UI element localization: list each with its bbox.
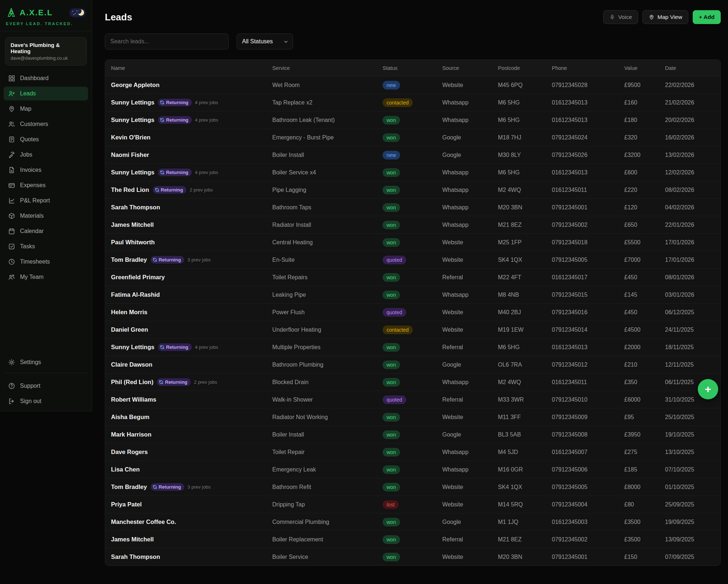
prev-jobs-label: 3 prev jobs — [187, 484, 211, 490]
search-input[interactable] — [105, 33, 229, 50]
sidebar-item-label: Settings — [20, 359, 41, 366]
table-row[interactable]: Mark Harrison Boiler Install won Google … — [105, 426, 720, 443]
sidebar-item-support[interactable]: Support — [4, 379, 88, 393]
table-row[interactable]: Greenfield Primary Toilet Repairs won Re… — [105, 268, 720, 286]
sidebar-item-timesheets[interactable]: Timesheets — [4, 255, 88, 269]
table-row[interactable]: Tom Bradley Returning 3 prev jobs En-Sui… — [105, 251, 720, 268]
sidebar-item-dashboard[interactable]: Dashboard — [4, 71, 88, 85]
sidebar-item-pnl-report[interactable]: P&L Report — [4, 194, 88, 208]
table-row[interactable]: Priya Patel Dripping Tap lost Website M1… — [105, 496, 720, 513]
service-cell: En-Suite — [266, 257, 377, 263]
table-row[interactable]: Sunny Lettings Returning 4 prev jobs Bat… — [105, 111, 720, 129]
table-row[interactable]: Sunny Lettings Returning 4 prev jobs Boi… — [105, 163, 720, 181]
table-row[interactable]: Daniel Green Underfloor Heating contacte… — [105, 321, 720, 338]
map-view-button[interactable]: Map View — [642, 10, 688, 24]
table-row[interactable]: The Red Lion Returning 2 prev jobs Pipe … — [105, 181, 720, 198]
value-cell: £3950 — [618, 431, 659, 438]
table-row[interactable]: George Appleton Wet Room new Website M45… — [105, 76, 720, 94]
date-cell: 24/11/2025 — [659, 327, 720, 333]
source-cell: Referral — [436, 536, 492, 543]
table-row[interactable]: Lisa Chen Emergency Leak won Whatsapp M1… — [105, 461, 720, 478]
sidebar-item-expenses[interactable]: Expenses — [4, 178, 88, 192]
postcode-cell: OL6 7RA — [492, 362, 546, 368]
date-cell: 08/01/2026 — [659, 274, 720, 281]
date-cell: 12/11/2025 — [659, 362, 720, 368]
table-row[interactable]: Helen Morris Power Flush quoted Website … — [105, 303, 720, 321]
lead-name: Manchester Coffee Co. — [111, 518, 176, 525]
status-filter-value: All Statuses — [242, 38, 273, 45]
phone-cell: 07912345001 — [546, 554, 618, 560]
add-lead-button[interactable]: + Add — [693, 10, 721, 24]
table-row[interactable]: Robert Williams Walk-in Shower quoted Re… — [105, 391, 720, 408]
column-header-postcode: Postcode — [492, 65, 546, 71]
table-row[interactable]: Dave Rogers Toilet Repair won Whatsapp M… — [105, 443, 720, 461]
sidebar-item-my-team[interactable]: My Team — [4, 270, 88, 284]
table-row[interactable]: Aisha Begum Radiator Not Working won Web… — [105, 408, 720, 426]
sidebar-item-leads[interactable]: Leads — [4, 87, 88, 100]
source-cell: Website — [436, 239, 492, 246]
postcode-cell: M6 5HG — [492, 99, 546, 106]
brand-name: A.X.E.L — [20, 8, 69, 17]
voice-button[interactable]: Voice — [603, 10, 638, 24]
value-cell: £95 — [618, 414, 659, 421]
table-body: George Appleton Wet Room new Website M45… — [105, 76, 720, 565]
service-cell: Radiator Install — [266, 222, 377, 228]
cube-icon — [8, 212, 15, 220]
dark-mode-toggle[interactable] — [69, 8, 86, 17]
phone-cell: 07912345004 — [546, 501, 618, 508]
table-row[interactable]: Kevin O'Brien Emergency - Burst Pipe won… — [105, 129, 720, 146]
add-button-label: + Add — [699, 14, 715, 20]
table-row[interactable]: Sunny Lettings Returning 4 prev jobs Tap… — [105, 94, 720, 111]
sidebar-item-jobs[interactable]: Jobs — [4, 148, 88, 162]
phone-cell: 01612345007 — [546, 449, 618, 455]
date-cell: 16/02/2026 — [659, 134, 720, 141]
sidebar-item-invoices[interactable]: Invoices — [4, 163, 88, 177]
table-row[interactable]: Claire Dawson Bathroom Plumbing won Goog… — [105, 356, 720, 373]
service-cell: Tap Replace x2 — [266, 99, 377, 106]
sidebar-item-materials[interactable]: Materials — [4, 209, 88, 223]
sidebar-item-label: Dashboard — [20, 75, 48, 82]
quotes-icon — [8, 136, 15, 143]
table-row[interactable]: Tom Bradley Returning 3 prev jobs Bathro… — [105, 478, 720, 496]
sidebar-item-map[interactable]: Map — [4, 102, 88, 116]
service-cell: Pipe Lagging — [266, 187, 377, 193]
sidebar-item-calendar[interactable]: Calendar — [4, 224, 88, 238]
postcode-cell: M1 1JQ — [492, 519, 546, 525]
service-cell: Bathroom Refit — [266, 484, 377, 490]
status-filter-select[interactable]: All Statuses — [237, 33, 293, 50]
table-row[interactable]: James Mitchell Boiler Replacement won Re… — [105, 530, 720, 548]
sidebar-item-sign-out[interactable]: Sign out — [4, 394, 88, 408]
table-row[interactable]: James Mitchell Radiator Install won What… — [105, 216, 720, 233]
add-lead-fab[interactable]: + — [698, 379, 718, 399]
lead-name: Tom Bradley — [111, 256, 147, 263]
table-row[interactable]: Phil (Red Lion) Returning 2 prev jobs Bl… — [105, 373, 720, 391]
returning-badge-label: Returning — [166, 100, 188, 105]
phone-cell: 07912345006 — [546, 466, 618, 473]
sidebar-nav: Dashboard Leads Map Customers Quotes Job… — [0, 69, 92, 285]
status-badge: won — [383, 518, 400, 526]
sidebar-item-quotes[interactable]: Quotes — [4, 133, 88, 146]
moon-icon — [78, 9, 84, 16]
postcode-cell: M2 4WQ — [492, 187, 546, 193]
source-cell: Referral — [436, 274, 492, 281]
table-row[interactable]: Sarah Thompson Bathroom Taps won Whatsap… — [105, 198, 720, 216]
sidebar-item-customers[interactable]: Customers — [4, 117, 88, 131]
table-row[interactable]: Paul Whitworth Central Heating won Websi… — [105, 233, 720, 251]
sidebar-item-tasks[interactable]: Tasks — [4, 240, 88, 253]
table-row[interactable]: Sunny Lettings Returning 4 prev jobs Mul… — [105, 338, 720, 356]
phone-cell: 07912345018 — [546, 239, 618, 246]
service-cell: Wet Room — [266, 82, 377, 88]
refresh-icon — [160, 345, 165, 350]
chart-icon — [8, 197, 15, 204]
table-row[interactable]: Naomi Fisher Boiler Install new Google M… — [105, 146, 720, 163]
source-cell: Referral — [436, 344, 492, 351]
sidebar-item-settings[interactable]: Settings — [4, 355, 88, 369]
table-row[interactable]: Manchester Coffee Co. Commercial Plumbin… — [105, 513, 720, 530]
sidebar-divider — [4, 373, 88, 373]
value-cell: £210 — [618, 362, 659, 368]
value-cell: £220 — [618, 187, 659, 193]
source-cell: Whatsapp — [436, 449, 492, 455]
table-row[interactable]: Fatima Al-Rashid Leaking Pipe won Whatsa… — [105, 286, 720, 303]
prev-jobs-label: 4 prev jobs — [195, 170, 218, 175]
table-row[interactable]: Sarah Thompson Boiler Service won Websit… — [105, 548, 720, 565]
